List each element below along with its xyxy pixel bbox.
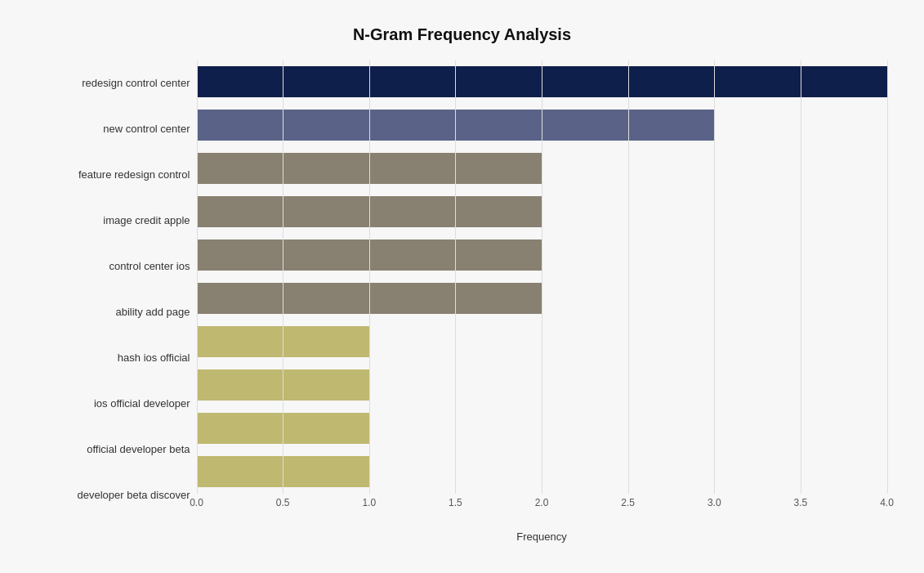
y-label: ios official developer <box>38 383 190 425</box>
grid-line <box>628 60 629 494</box>
x-tick: 4.0 <box>880 497 894 508</box>
grid-line <box>542 60 542 494</box>
x-tick: 2.5 <box>621 497 635 508</box>
chart-container: N-Gram Frequency Analysis redesign contr… <box>13 9 912 565</box>
y-label: ability add page <box>38 291 190 334</box>
y-label: developer beta discover <box>38 474 190 517</box>
grid-line <box>801 60 801 494</box>
y-label: hash ios official <box>38 337 190 379</box>
y-label: image credit apple <box>38 199 190 242</box>
x-tick: 0.0 <box>190 497 203 508</box>
y-labels: redesign control centernew control cente… <box>38 60 197 518</box>
y-label: feature redesign control <box>38 154 190 196</box>
grid-line <box>714 60 715 494</box>
chart-title: N-Gram Frequency Analysis <box>38 25 887 44</box>
plot-area: 0.00.51.01.52.02.53.03.54.0 Frequency <box>197 60 887 518</box>
grid-line <box>369 60 370 494</box>
x-axis-label: Frequency <box>516 530 566 543</box>
x-tick: 3.5 <box>794 497 808 508</box>
x-axis: 0.00.51.01.52.02.53.03.54.0 <box>197 494 887 518</box>
grid-line <box>887 60 888 494</box>
x-tick: 2.0 <box>535 497 549 508</box>
x-tick: 1.0 <box>362 497 376 508</box>
y-label: redesign control center <box>38 62 190 105</box>
x-tick: 1.5 <box>449 497 462 508</box>
y-label: official developer beta <box>38 428 190 471</box>
y-label: control center ios <box>38 245 190 288</box>
grid-line <box>283 60 283 494</box>
y-label: new control center <box>38 108 190 150</box>
x-tick: 0.5 <box>276 497 290 508</box>
x-tick: 3.0 <box>708 497 721 508</box>
grid-line <box>197 60 198 494</box>
chart-area: redesign control centernew control cente… <box>38 60 887 518</box>
grid-line <box>455 60 456 494</box>
